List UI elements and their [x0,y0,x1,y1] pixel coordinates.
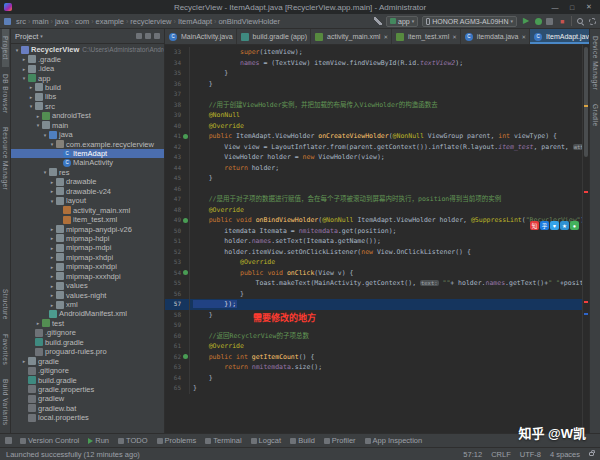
tree-item-idea[interactable]: ▸.idea [11,64,164,73]
tree-item-build-gradle[interactable]: build.gradle [11,338,164,347]
tree-item-mipmap-xhdpi[interactable]: ▸mipmap-xhdpi [11,253,164,262]
encoding-indicator[interactable]: UTF-8 [520,450,541,459]
tree-collapse-icon[interactable]: ▾ [49,198,55,204]
line-number[interactable]: 39 [165,110,181,121]
code-line[interactable]: 61 @Override [165,341,582,352]
tree-item-drawable[interactable]: ▸drawable [11,177,164,186]
tree-expand-icon[interactable]: ▸ [49,245,55,251]
tree-expand-icon[interactable]: ▸ [28,84,34,90]
breadcrumb-item-com[interactable]: com [74,17,90,26]
breadcrumb-item-example[interactable]: example [95,17,125,26]
tree-item-gradle[interactable]: ▸gradle [11,356,164,365]
breadcrumb-item-itemadapt[interactable]: ItemAdapt [177,17,213,26]
tool-button-problems[interactable]: Problems [157,436,197,445]
tree-item-xml[interactable]: ▸xml [11,300,164,309]
code-line[interactable]: 46 [165,184,582,195]
code-line[interactable]: 34 names = (TextView) itemView.findViewB… [165,58,582,69]
tree-expand-icon[interactable]: ▸ [49,302,55,308]
code-line[interactable]: 62 public int getItemCount() { [165,352,582,363]
tree-item-com-example-recyclerview[interactable]: ▾com.example.recyclerview [11,139,164,148]
tree-expand-icon[interactable]: ▸ [21,358,27,364]
tree-item-app[interactable]: ▾app [11,73,164,82]
tool-strip-item-db-browser[interactable]: DB Browser [2,67,9,121]
tab-activity-main-xml[interactable]: activity_main.xml✕ [311,29,392,44]
line-number[interactable]: 53 [165,257,181,268]
code-line[interactable]: 57 }); [165,299,582,310]
close-icon[interactable]: ✕ [383,34,388,40]
code-line[interactable]: 49 public void onBindViewHolder(@NonNull… [165,215,582,226]
tree-collapse-icon[interactable]: ▾ [28,103,34,109]
tree-item-src[interactable]: ▾src [11,102,164,111]
chevron-down-icon[interactable]: ▾ [40,33,43,39]
override-gutter-icon[interactable] [183,218,188,223]
line-number[interactable]: 47 [165,194,181,205]
tree-item-recyclerview[interactable]: ▾RecyclerViewC:\Users\Administrator\Andr… [11,45,164,54]
tree-item-mainactivity[interactable]: MainActivity [11,158,164,167]
tree-item-item-test-xml[interactable]: item_test.xml [11,215,164,224]
search-icon[interactable] [576,17,585,26]
debug-button[interactable] [535,18,542,25]
code-line[interactable]: 53 @Override [165,257,582,268]
code-line[interactable]: 58 } [165,310,582,321]
tree-collapse-icon[interactable]: ▾ [14,47,20,53]
tree-item-proguard-rules-pro[interactable]: proguard-rules.pro [11,347,164,356]
device-selector[interactable]: HONOR AGM3-AL09HN ▾ [422,16,517,27]
tool-button-logcat[interactable]: Logcat [251,436,282,445]
tree-expand-icon[interactable]: ▸ [49,226,55,232]
run-button[interactable]: ▶ [521,16,531,26]
tab-build-gradle-app[interactable]: build.gradle (app) [237,29,311,44]
tree-item-mipmap-xxxhdpi[interactable]: ▸mipmap-xxxhdpi [11,272,164,281]
code-line[interactable]: 64 } [165,373,582,384]
tree-collapse-icon[interactable]: ▾ [49,141,55,147]
code-line[interactable]: 35 } [165,68,582,79]
code-line[interactable]: 47 //是用于对子项的数据进行赋值，会在每个子项被滚动到屏幕内时执行，posi… [165,194,582,205]
tree-item-gitignore[interactable]: .gitignore [11,366,164,375]
tree-item-androidmanifest-xml[interactable]: AndroidManifest.xml [11,309,164,318]
line-number[interactable]: 57 [165,299,181,310]
tool-button-todo[interactable]: TODO [118,436,148,445]
tree-item-build[interactable]: ▸build [11,83,164,92]
profiler-button[interactable] [546,18,553,25]
line-number[interactable]: 54 [165,268,181,279]
tree-expand-icon[interactable]: ▸ [49,188,55,194]
code-line[interactable]: 50 itemdata Itemata = nmitemdata.get(pos… [165,226,582,237]
tree-item-itemadapt[interactable]: ItemAdapt [11,149,164,158]
tree-item-gitignore[interactable]: .gitignore [11,328,164,337]
override-gutter-icon[interactable] [183,134,188,139]
line-number[interactable]: 59 [165,320,181,331]
line-number[interactable]: 36 [165,79,181,90]
tree-item-values[interactable]: ▸values [11,281,164,290]
line-number[interactable]: 62 [165,352,181,363]
line-number[interactable]: 52 [165,247,181,258]
tree-expand-icon[interactable]: ▸ [21,66,27,72]
tab-item-test-xml[interactable]: item_test.xml✕ [392,29,461,44]
panel-options-icon[interactable] [154,33,160,39]
project-panel-title[interactable]: Project [15,32,38,41]
tree-expand-icon[interactable]: ▸ [49,273,55,279]
tree-item-layout[interactable]: ▾layout [11,196,164,205]
collapse-all-icon[interactable] [145,33,151,39]
line-number[interactable]: 44 [165,163,181,174]
code-line[interactable]: 42 View view = LayoutInflater.from(paren… [165,142,582,153]
code-line[interactable]: 37 [165,89,582,100]
line-number[interactable]: 63 [165,362,181,373]
breadcrumb-item-java[interactable]: java [54,17,70,26]
line-number[interactable]: 41 [165,131,181,142]
toolwindow-toggle-icon[interactable] [5,437,12,444]
code-line[interactable]: 48 @Override [165,205,582,216]
code-line[interactable]: 60 //返回RecyclerView的子项总数 [165,331,582,342]
tree-expand-icon[interactable]: ▸ [21,56,27,62]
code-line[interactable]: 51 holder.names.setText(Itemata.getName(… [165,236,582,247]
code-line[interactable]: 33 super(itemView); [165,47,582,58]
tree-item-androidtest[interactable]: ▸androidTest [11,111,164,120]
breadcrumb-item-onbindviewholder[interactable]: onBindViewHolder [217,17,281,26]
line-number[interactable]: 65 [165,383,181,394]
tree-expand-icon[interactable]: ▸ [49,179,55,185]
breadcrumb-item-main[interactable]: main [31,17,49,26]
line-number[interactable]: 38 [165,100,181,111]
tab-itemdata-java[interactable]: itemdata.java✕ [461,29,530,44]
tool-button-version-control[interactable]: Version Control [20,436,79,445]
error-stripe-mark[interactable] [584,301,588,303]
tree-item-mipmap-hdpi[interactable]: ▸mipmap-hdpi [11,234,164,243]
code-line[interactable]: 38 //用于创建ViewHolder实例，并把加载的布局传入ViewHolde… [165,100,582,111]
